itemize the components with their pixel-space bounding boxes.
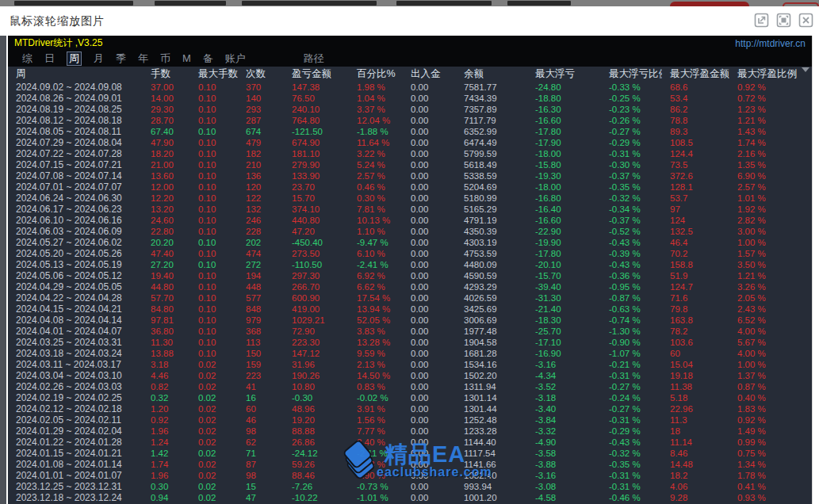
- close-icon[interactable]: [798, 13, 813, 28]
- cell-max-floating-loss-pct: -0.35 %: [601, 459, 662, 470]
- cell-max-floating-loss-pct: -0.39 %: [601, 248, 662, 259]
- cell-week: 2024.02.26 ~ 2024.03.03: [8, 381, 143, 392]
- cell-max-floating-loss-pct: -0.29 %: [601, 426, 662, 437]
- cell-max-floating-loss: -3.16: [527, 470, 601, 481]
- cell-max-floating-loss-pct: -0.95 %: [601, 281, 662, 292]
- cell-profit: 76.50: [284, 93, 349, 104]
- cell-max-floating-profit-pct: 0.92 %: [729, 82, 812, 93]
- cell-max-floating-loss: -18.00: [527, 181, 601, 193]
- cell-trades: 60: [238, 403, 284, 414]
- tab-币[interactable]: 币: [160, 52, 170, 65]
- cell-trades: 16: [238, 392, 284, 403]
- cell-balance: 1117.54: [456, 448, 527, 459]
- cell-week: 2024.04.22 ~ 2024.04.28: [8, 292, 143, 304]
- cell-max-floating-loss: -17.90: [527, 137, 601, 148]
- cell-deposit-withdraw: 0.00: [403, 315, 456, 326]
- cell-percent: 3.22 %: [349, 148, 403, 159]
- table-row: 2024.06.10 ~ 2024.06.1624.600.10246440.8…: [8, 215, 812, 226]
- cell-profit: 15.70: [284, 193, 349, 204]
- cell-week: 2024.02.12 ~ 2024.02.18: [8, 403, 143, 414]
- cell-profit: 72.90: [284, 326, 349, 337]
- cell-deposit-withdraw: 0.00: [403, 359, 456, 370]
- tab-周[interactable]: 周: [67, 52, 82, 66]
- cell-lots: 0.82: [143, 381, 190, 392]
- maximize-icon[interactable]: [776, 13, 791, 28]
- cell-max-floating-profit-pct: 1.92 %: [729, 204, 812, 215]
- cell-lots: 84.80: [143, 304, 190, 315]
- cell-max-lots: 0.10: [190, 170, 238, 181]
- cell-max-floating-profit: 46.4: [662, 237, 729, 248]
- modal-title: 鼠标滚轮缩放图片: [10, 14, 105, 29]
- cell-lots: 19.40: [143, 270, 190, 281]
- tab-M[interactable]: M: [182, 52, 191, 65]
- column-header-balance: 余额: [456, 67, 527, 82]
- cell-week: 2024.08.19 ~ 2024.08.25: [8, 104, 143, 115]
- cell-deposit-withdraw: 0.00: [403, 204, 456, 215]
- cell-deposit-withdraw: 0.00: [403, 437, 456, 448]
- cell-max-floating-profit-pct: 1.78 %: [729, 470, 812, 481]
- tab-日[interactable]: 日: [44, 52, 55, 65]
- cell-max-floating-loss: -18.30: [527, 315, 601, 326]
- cell-max-lots: 0.10: [190, 215, 238, 226]
- cell-max-floating-profit-pct: 0.87 %: [729, 381, 812, 392]
- cell-max-floating-profit: 18.2: [662, 470, 729, 481]
- cell-trades: 287: [238, 115, 284, 126]
- tab-备[interactable]: 备: [203, 52, 213, 65]
- cell-max-lots: 0.10: [190, 148, 238, 159]
- table-body: 2024.09.02 ~ 2024.09.0837.000.10370147.3…: [8, 82, 812, 503]
- table-row: 2024.08.19 ~ 2024.08.2529.300.10293240.1…: [8, 104, 812, 115]
- cell-profit: 147.12: [284, 348, 349, 359]
- cell-trades: 136: [238, 170, 284, 181]
- tab-月[interactable]: 月: [94, 52, 104, 65]
- tab-账户[interactable]: 账户: [225, 52, 246, 65]
- column-header-max-lots: 最大手数: [190, 67, 238, 82]
- cell-trades: 448: [238, 281, 284, 292]
- background-page-fragment: [155, 1, 226, 6]
- table-row: 2024.02.19 ~ 2024.02.250.320.0216-0.30-0…: [8, 392, 812, 403]
- cell-max-floating-profit: 132.5: [662, 226, 729, 237]
- cell-week: 2024.03.25 ~ 2024.03.31: [8, 337, 143, 348]
- cell-balance: 3425.69: [456, 304, 527, 315]
- tab-路径[interactable]: 路径: [304, 52, 324, 65]
- cell-max-floating-profit-pct: 0.75 %: [729, 448, 812, 459]
- tab-综[interactable]: 综: [22, 52, 33, 65]
- cell-lots: 0.32: [143, 392, 190, 403]
- tab-季[interactable]: 季: [116, 52, 126, 65]
- cell-profit: 1029.21: [284, 315, 349, 326]
- cell-balance: 3006.69: [456, 315, 527, 326]
- cell-max-lots: 0.10: [190, 137, 238, 148]
- cell-max-floating-profit-pct: 0.92 %: [729, 414, 812, 426]
- cell-max-lots: 0.10: [190, 115, 238, 126]
- table-row: 2023.12.25 ~ 2023.12.310.300.0215-7.26-0…: [8, 481, 812, 492]
- cell-max-floating-profit: 163.8: [662, 315, 729, 326]
- cell-deposit-withdraw: 0.00: [403, 448, 456, 459]
- modal-right-gutter: [812, 36, 819, 504]
- table-row: 2024.04.22 ~ 2024.04.2857.700.10577600.9…: [8, 292, 812, 304]
- cell-deposit-withdraw: 0.00: [403, 181, 456, 193]
- cell-max-floating-profit: 18: [662, 426, 729, 437]
- scroll-down-icon[interactable]: [802, 67, 809, 72]
- cell-trades: 87: [238, 459, 284, 470]
- cell-deposit-withdraw: 0.00: [403, 426, 456, 437]
- cell-deposit-withdraw: 0.00: [403, 403, 456, 414]
- cell-balance: 4590.59: [456, 270, 527, 281]
- open-in-new-icon[interactable]: [754, 13, 769, 28]
- cell-max-lots: 0.10: [190, 315, 238, 326]
- table-row: 2024.05.06 ~ 2024.05.1219.400.10194297.3…: [8, 270, 812, 281]
- cell-lots: 24.60: [143, 215, 190, 226]
- cell-week: 2024.07.29 ~ 2024.08.04: [8, 137, 143, 148]
- background-page-strip: [0, 0, 819, 6]
- cell-max-floating-profit: 128.1: [662, 181, 729, 193]
- column-header-week: 周: [8, 67, 143, 82]
- cell-week: 2024.08.05 ~ 2024.08.11: [8, 126, 143, 137]
- cell-lots: 44.80: [143, 281, 190, 292]
- cell-max-floating-loss-pct: -0.31 %: [601, 470, 662, 481]
- table-row: 2024.03.11 ~ 2024.03.173.180.0215931.962…: [8, 359, 812, 370]
- app-url-link[interactable]: http://mtdriver.cn: [735, 38, 806, 49]
- cell-max-lots: 0.10: [190, 270, 238, 281]
- cell-max-floating-profit-pct: 1.23 %: [729, 104, 812, 115]
- cell-week: 2024.08.26 ~ 2024.09.01: [8, 93, 143, 104]
- tab-年[interactable]: 年: [138, 52, 148, 65]
- cell-week: 2023.12.18 ~ 2023.12.24: [8, 492, 143, 503]
- cell-week: 2024.07.08 ~ 2024.07.14: [8, 170, 143, 181]
